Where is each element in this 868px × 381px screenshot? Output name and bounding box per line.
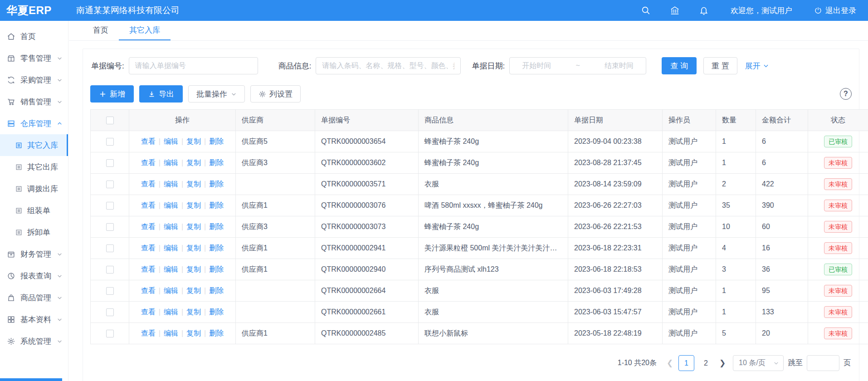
sidebar-item-assembly[interactable]: 组装单 (0, 200, 68, 221)
page-size-select[interactable]: 10 条/页 (733, 355, 784, 371)
row-action-delete[interactable]: 删除 (209, 308, 224, 316)
row-action-copy[interactable]: 复制 (186, 244, 201, 252)
row-action-view[interactable]: 查看 (141, 329, 156, 337)
prev-page-button[interactable]: ❮ (663, 356, 677, 371)
sidebar-item-other-inbound[interactable]: 其它入库 (0, 134, 68, 156)
row-checkbox[interactable] (106, 159, 114, 167)
row-action-copy[interactable]: 复制 (186, 308, 201, 316)
row-action-view[interactable]: 查看 (141, 223, 156, 230)
row-action-edit[interactable]: 编辑 (164, 287, 178, 294)
col-quantity: 数量 (716, 110, 756, 131)
page-button-1[interactable]: 1 (678, 355, 694, 371)
row-action-edit[interactable]: 编辑 (164, 159, 178, 166)
sidebar-item-reports[interactable]: 报表查询 (0, 265, 68, 287)
company-name: 南通某某网络科技有限公司 (76, 5, 180, 16)
row-checkbox[interactable] (106, 138, 114, 146)
row-action-copy[interactable]: 复制 (186, 265, 201, 273)
row-action-copy[interactable]: 复制 (186, 287, 201, 294)
row-action-delete[interactable]: 删除 (209, 223, 224, 230)
row-action-delete[interactable]: 删除 (209, 265, 224, 273)
row-action-copy[interactable]: 复制 (186, 159, 201, 166)
tab-other-inbound[interactable]: 其它入库 (119, 21, 171, 40)
row-checkbox[interactable] (106, 244, 114, 252)
row-action-edit[interactable]: 编辑 (164, 308, 178, 316)
add-button[interactable]: 新增 (90, 85, 134, 103)
page-button-2[interactable]: 2 (698, 355, 714, 371)
row-action-view[interactable]: 查看 (141, 308, 156, 316)
row-action-view[interactable]: 查看 (141, 265, 156, 273)
sidebar-item-retail[interactable]: 零售管理 (0, 47, 68, 69)
expand-link[interactable]: 展开 (745, 61, 769, 71)
row-action-view[interactable]: 查看 (141, 244, 156, 252)
cell-operator: 测试用户 (663, 131, 716, 152)
row-action-copy[interactable]: 复制 (186, 223, 201, 230)
sidebar-item-sales[interactable]: 销售管理 (0, 91, 68, 112)
row-action-delete[interactable]: 删除 (209, 137, 224, 145)
row-action-edit[interactable]: 编辑 (164, 137, 178, 145)
date-start-placeholder[interactable]: 开始时间 (522, 61, 551, 71)
sidebar-item-system[interactable]: 系统管理 (0, 330, 68, 352)
bank-icon[interactable] (670, 5, 680, 15)
sidebar-item-warehouse[interactable]: 仓库管理 (0, 112, 68, 134)
row-action-delete[interactable]: 删除 (209, 180, 224, 188)
row-action-copy[interactable]: 复制 (186, 201, 201, 209)
row-action-delete[interactable]: 删除 (209, 287, 224, 294)
next-page-button[interactable]: ❯ (716, 356, 729, 371)
sidebar-item-disassembly[interactable]: 拆卸单 (0, 221, 68, 243)
sidebar-item-products[interactable]: 商品管理 (0, 287, 68, 308)
date-end-placeholder[interactable]: 结束时间 (605, 61, 634, 71)
row-action-edit[interactable]: 编辑 (164, 244, 178, 252)
jump-page-input[interactable] (807, 355, 839, 371)
row-action-delete[interactable]: 删除 (209, 244, 224, 252)
row-checkbox[interactable] (106, 202, 114, 210)
welcome-user[interactable]: 欢迎您，测试用户 (731, 5, 792, 16)
cell-quantity: 2 (716, 174, 756, 195)
sidebar-item-base-data[interactable]: 基本资料 (0, 308, 68, 330)
row-action-view[interactable]: 查看 (141, 137, 156, 145)
row-checkbox[interactable] (106, 266, 114, 274)
row-action-copy[interactable]: 复制 (186, 329, 201, 337)
row-action-copy[interactable]: 复制 (186, 137, 201, 145)
row-checkbox[interactable] (106, 223, 114, 231)
sidebar-item-other-outbound[interactable]: 其它出库 (0, 156, 68, 178)
sidebar-item-purchase[interactable]: 采购管理 (0, 69, 68, 91)
product-info-input[interactable] (316, 57, 461, 74)
table-row: 查看|编辑|复制|删除 供应商1 QTRK00000003076 啤酒 580m… (91, 195, 868, 216)
row-checkbox[interactable] (106, 181, 114, 188)
row-action-edit[interactable]: 编辑 (164, 329, 178, 337)
row-action-delete[interactable]: 删除 (209, 329, 224, 337)
batch-actions-button[interactable]: 批量操作 (188, 85, 245, 103)
bill-no-input[interactable] (129, 57, 258, 74)
sidebar-item-finance[interactable]: 财务管理 (0, 243, 68, 265)
row-checkbox[interactable] (106, 308, 114, 316)
search-icon[interactable] (641, 5, 651, 15)
row-action-edit[interactable]: 编辑 (164, 223, 178, 230)
row-action-delete[interactable]: 删除 (209, 201, 224, 209)
search-button[interactable]: 查 询 (662, 57, 697, 74)
date-range-picker[interactable]: 开始时间 ~ 结束时间 (509, 57, 646, 74)
row-action-edit[interactable]: 编辑 (164, 265, 178, 273)
row-action-view[interactable]: 查看 (141, 180, 156, 188)
row-action-view[interactable]: 查看 (141, 201, 156, 209)
row-action-view[interactable]: 查看 (141, 159, 156, 166)
row-action-copy[interactable]: 复制 (186, 180, 201, 188)
row-action-delete[interactable]: 删除 (209, 159, 224, 166)
export-button[interactable]: 导出 (139, 85, 183, 103)
row-checkbox[interactable] (106, 287, 114, 295)
row-checkbox[interactable] (106, 330, 114, 337)
status-badge: 未审核 (824, 327, 852, 340)
filter-bar: 单据编号: 商品信息: 单据日期: 开始时间 ~ 结束时间 查 询 重 置 展开 (90, 57, 852, 74)
row-action-edit[interactable]: 编辑 (164, 201, 178, 209)
sidebar-item-home[interactable]: 首页 (0, 25, 68, 47)
row-action-edit[interactable]: 编辑 (164, 180, 178, 188)
logout-button[interactable]: 退出登录 (814, 5, 856, 16)
bell-icon[interactable] (699, 5, 709, 15)
reset-button[interactable]: 重 置 (703, 57, 737, 74)
tab-home[interactable]: 首页 (83, 21, 119, 40)
row-action-view[interactable]: 查看 (141, 287, 156, 294)
column-settings-button[interactable]: 列设置 (250, 85, 301, 103)
select-all-checkbox[interactable] (106, 117, 114, 124)
horizontal-scrollbar-thumb[interactable] (0, 378, 62, 381)
help-icon[interactable]: ? (840, 88, 852, 100)
sidebar-item-transfer-outbound[interactable]: 调拨出库 (0, 178, 68, 200)
